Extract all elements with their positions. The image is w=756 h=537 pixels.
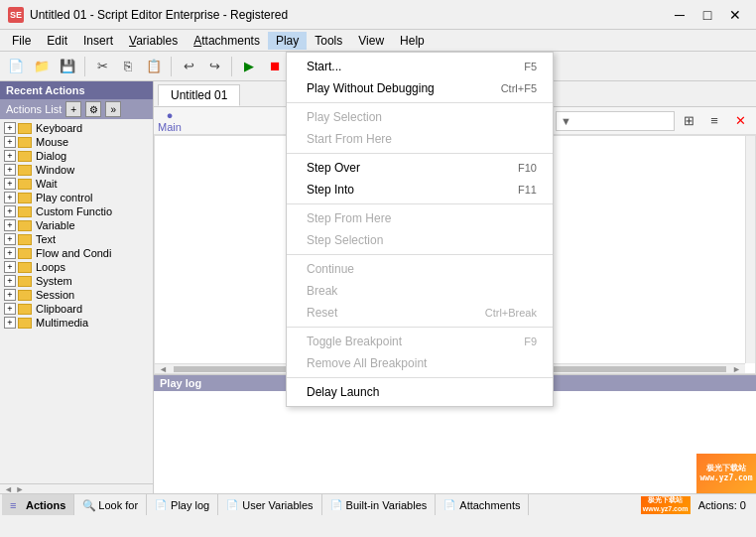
script-tool3[interactable]: ✕ — [728, 109, 752, 133]
action-label: Clipboard — [36, 303, 82, 315]
uservars-tab-label: User Variables — [242, 499, 313, 511]
list-item[interactable]: + System — [0, 274, 153, 288]
list-item[interactable]: + Play control — [0, 191, 153, 204]
action-label: Session — [36, 289, 74, 301]
start-label: Start... — [307, 60, 504, 73]
menu-start[interactable]: Start... F5 — [287, 56, 553, 77]
menu-attachments[interactable]: Attachments — [186, 32, 268, 50]
list-item[interactable]: + Wait — [0, 177, 153, 191]
folder-icon — [18, 151, 32, 162]
menu-toggle-bp: Toggle Breakpoint F9 — [287, 331, 553, 352]
list-item[interactable]: + Custom Functio — [0, 204, 153, 218]
list-item[interactable]: + Keyboard — [0, 121, 153, 135]
dropdown-select[interactable]: ▼ — [556, 111, 675, 131]
list-item[interactable]: + Variable — [0, 218, 153, 232]
cut-button[interactable]: ✂ — [90, 55, 114, 78]
step-over-shortcut: F10 — [518, 162, 537, 174]
content-tab-untitled[interactable]: Untitled 01 — [158, 84, 240, 106]
list-item[interactable]: + Window — [0, 163, 153, 177]
expand-icon[interactable]: + — [4, 205, 16, 217]
list-item[interactable]: + Flow and Condi — [0, 246, 153, 260]
lookfor-tab-label: Look for — [98, 499, 138, 511]
menu-play-no-debug[interactable]: Play Without Debugging Ctrl+F5 — [287, 77, 553, 99]
menu-play[interactable]: Play — [268, 32, 307, 50]
redo-button[interactable]: ↪ — [202, 55, 226, 78]
action-label: Dialog — [36, 150, 66, 162]
bottom-tab-lookfor[interactable]: 🔍 Look for — [74, 494, 147, 515]
maximize-button[interactable]: □ — [694, 5, 720, 25]
list-item[interactable]: + Session — [0, 288, 153, 302]
list-item[interactable]: + Mouse — [0, 135, 153, 149]
sep3 — [287, 203, 553, 204]
menu-tools[interactable]: Tools — [307, 32, 350, 50]
expand-icon[interactable]: + — [4, 178, 16, 190]
script-tool1[interactable]: ⊞ — [677, 109, 700, 133]
expand-icon[interactable]: + — [4, 150, 16, 162]
stop-button[interactable]: ⏹ — [263, 55, 287, 78]
run-button[interactable]: ▶ — [237, 55, 261, 78]
actions-more-btn[interactable]: » — [105, 101, 121, 117]
toggle-bp-shortcut: F9 — [524, 336, 537, 347]
menu-break: Break — [287, 280, 553, 302]
step-into-shortcut: F11 — [518, 184, 537, 196]
bottom-tab-actions[interactable]: ≡ Actions — [2, 494, 74, 515]
expand-icon[interactable]: + — [4, 275, 16, 287]
v-scrollbar[interactable] — [745, 136, 755, 363]
folder-icon — [18, 165, 32, 176]
menu-delay-launch[interactable]: Delay Launch — [287, 381, 553, 403]
menu-step-over[interactable]: Step Over F10 — [287, 157, 553, 179]
list-item[interactable]: + Clipboard — [0, 302, 153, 316]
list-scrollbar[interactable]: ◄ ► — [0, 483, 153, 493]
expand-icon[interactable]: + — [4, 317, 16, 329]
menu-insert[interactable]: Insert — [75, 32, 121, 50]
folder-icon — [18, 304, 32, 315]
new-button[interactable]: 📄 — [4, 55, 28, 78]
remove-bp-label: Remove All Breakpoint — [307, 356, 537, 370]
open-button[interactable]: 📁 — [30, 55, 54, 78]
expand-icon[interactable]: + — [4, 261, 16, 273]
expand-icon[interactable]: + — [4, 192, 16, 203]
copy-button[interactable]: ⎘ — [116, 55, 140, 78]
expand-icon[interactable]: + — [4, 219, 16, 231]
script-tool2[interactable]: ≡ — [702, 109, 726, 133]
menu-view[interactable]: View — [350, 32, 392, 50]
paste-button[interactable]: 📋 — [142, 55, 166, 78]
bottom-tab-attachments[interactable]: 📄 Attachments — [436, 494, 529, 515]
folder-icon — [18, 193, 32, 203]
list-item-text[interactable]: + Text — [0, 232, 153, 246]
break-label: Break — [307, 284, 537, 298]
menu-file[interactable]: File — [4, 32, 39, 50]
script-run-btn[interactable]: ● Main — [158, 109, 182, 133]
actions-config-btn[interactable]: ⚙ — [85, 101, 101, 117]
menu-step-into[interactable]: Step Into F11 — [287, 179, 553, 201]
expand-icon[interactable]: + — [4, 122, 16, 134]
sep4 — [287, 254, 553, 255]
list-item[interactable]: + Dialog — [0, 149, 153, 163]
menu-play-selection: Play Selection — [287, 106, 553, 128]
list-item[interactable]: + Loops — [0, 260, 153, 274]
expand-icon[interactable]: + — [4, 164, 16, 176]
expand-icon[interactable]: + — [4, 303, 16, 315]
play-no-debug-shortcut: Ctrl+F5 — [501, 82, 537, 94]
reset-shortcut: Ctrl+Break — [485, 307, 537, 319]
folder-icon — [18, 262, 32, 273]
expand-icon[interactable]: + — [4, 136, 16, 148]
menu-variables[interactable]: Variables — [121, 32, 186, 50]
bottom-tab-builtin[interactable]: 📄 Built-in Variables — [322, 494, 437, 515]
bottom-tab-playlog[interactable]: 📄 Play log — [147, 494, 218, 515]
list-item[interactable]: + Multimedia — [0, 316, 153, 330]
menu-edit[interactable]: Edit — [39, 32, 75, 50]
undo-button[interactable]: ↩ — [177, 55, 200, 78]
play-dropdown-menu[interactable]: Start... F5 Play Without Debugging Ctrl+… — [286, 52, 554, 407]
actions-add-btn[interactable]: + — [65, 101, 81, 117]
menu-help[interactable]: Help — [392, 32, 433, 50]
actions-count: Actions: 0 — [698, 499, 746, 511]
expand-icon[interactable]: + — [4, 289, 16, 301]
close-button[interactable]: ✕ — [722, 5, 748, 25]
expand-icon[interactable]: + — [4, 233, 16, 245]
expand-icon[interactable]: + — [4, 247, 16, 259]
minimize-button[interactable]: ─ — [667, 5, 693, 25]
toggle-bp-label: Toggle Breakpoint — [307, 335, 504, 348]
bottom-tab-uservars[interactable]: 📄 User Variables — [218, 494, 321, 515]
save-button[interactable]: 💾 — [56, 55, 79, 78]
